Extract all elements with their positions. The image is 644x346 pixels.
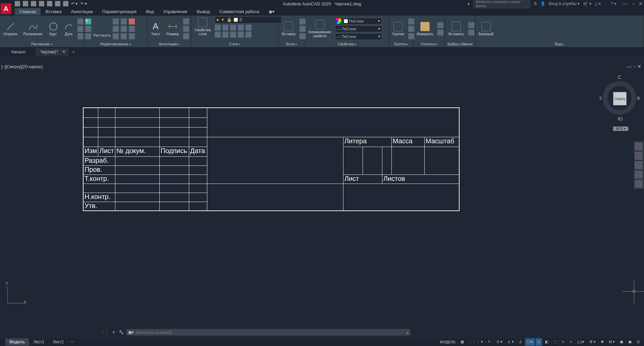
- drawing-tab[interactable]: Чертеж1*✕: [36, 48, 68, 56]
- tab-manage[interactable]: Управление: [158, 8, 192, 15]
- viewcube-east[interactable]: В: [637, 96, 640, 101]
- attr-icon[interactable]: [300, 33, 306, 39]
- text-button[interactable]: AТекст: [149, 21, 162, 37]
- layer-freeze-icon[interactable]: [222, 24, 228, 31]
- panel-title-block[interactable]: Блок▾: [280, 41, 304, 47]
- array-icon[interactable]: [121, 33, 127, 39]
- customize-icon[interactable]: 🔧: [119, 330, 124, 335]
- layer-lock-icon[interactable]: [230, 24, 236, 31]
- mirror-icon[interactable]: [113, 26, 119, 32]
- table-icon[interactable]: [183, 26, 189, 32]
- minimize-button[interactable]: —: [623, 1, 628, 6]
- quick-props[interactable]: ▣: [618, 338, 625, 346]
- tab-insert[interactable]: Вставка: [41, 8, 66, 15]
- create-block-icon[interactable]: [300, 18, 306, 24]
- move-icon[interactable]: ✥: [85, 18, 91, 24]
- plot-icon[interactable]: [55, 1, 60, 6]
- lwt-toggle[interactable]: ≡: [535, 338, 542, 346]
- new-tab-button[interactable]: +: [68, 48, 78, 56]
- viewcube-west[interactable]: З: [599, 96, 602, 101]
- measure-button[interactable]: Измерить: [415, 21, 435, 37]
- restore-button[interactable]: ▫: [632, 1, 634, 6]
- annotation-visibility[interactable]: ⋏: [567, 338, 574, 346]
- copy-clip-icon[interactable]: [468, 30, 474, 36]
- pan-icon[interactable]: [635, 152, 643, 160]
- cloud-icon[interactable]: [183, 33, 189, 39]
- layer-properties-button[interactable]: Свойства слоя: [193, 17, 213, 37]
- explode-icon[interactable]: [129, 26, 135, 32]
- ortho-toggle[interactable]: ⊢: [486, 338, 493, 346]
- workspace-switch[interactable]: ⚙ ▾: [587, 338, 598, 346]
- polyline-button[interactable]: Полилиния: [21, 21, 44, 37]
- save-icon[interactable]: [31, 1, 36, 6]
- cmd-close-icon[interactable]: ✕: [111, 330, 117, 335]
- line-button[interactable]: Отрезок: [1, 21, 19, 37]
- layer-tool5-icon[interactable]: [246, 32, 252, 38]
- snap-toggle[interactable]: ⋮⋮⋮ ▾: [467, 338, 485, 346]
- fillet-icon[interactable]: [121, 26, 127, 32]
- scale-combo[interactable]: 1:1 ▾: [575, 338, 586, 346]
- tab-annotate[interactable]: Аннотации: [66, 8, 98, 15]
- trim-icon[interactable]: [121, 18, 127, 24]
- cmd-history-icon[interactable]: ▴: [407, 330, 409, 335]
- lock-ui[interactable]: ▣: [626, 338, 634, 346]
- group-button[interactable]: Группа: [390, 21, 406, 37]
- webmobile-icon[interactable]: [47, 1, 52, 6]
- tab-output[interactable]: Вывод: [192, 8, 215, 15]
- linetype-combo[interactable]: —ПоСлою▾: [335, 33, 382, 40]
- app-menu-button[interactable]: A: [1, 3, 11, 14]
- undo-button[interactable]: ↶ ▾: [71, 1, 77, 6]
- edit-block-icon[interactable]: [300, 26, 306, 32]
- print-icon[interactable]: [63, 1, 68, 6]
- hatch-icon[interactable]: [77, 26, 84, 32]
- panel-title-view[interactable]: Вид▾: [477, 41, 642, 47]
- panel-title-annot[interactable]: Аннотации▾: [149, 41, 190, 47]
- copy-icon[interactable]: [85, 26, 91, 32]
- tab-parametric[interactable]: Параметризация: [98, 8, 141, 15]
- dimension-button[interactable]: Размер: [164, 21, 181, 37]
- model-tab[interactable]: Модель: [5, 338, 29, 346]
- cmd-handle-icon[interactable]: ⋮⋮: [101, 330, 109, 335]
- add-layout-button[interactable]: +: [68, 339, 76, 345]
- vp-close-icon[interactable]: ✕: [637, 64, 641, 69]
- share-icon[interactable]: ⇅: [534, 1, 537, 6]
- a360-icon[interactable]: △ ▾: [595, 1, 601, 6]
- insert-block-button[interactable]: Вставка: [280, 21, 298, 37]
- redo-button[interactable]: ↷ ▾: [80, 1, 87, 6]
- viewcube-wcs[interactable]: МСК ▾: [613, 127, 628, 131]
- close-button[interactable]: ✕: [639, 1, 643, 6]
- offset-icon[interactable]: [129, 33, 135, 39]
- circle-button[interactable]: Круг: [47, 21, 60, 37]
- layer-tool2-icon[interactable]: [222, 32, 228, 38]
- modelspace-toggle[interactable]: МОДЕЛЬ: [438, 338, 458, 346]
- match-properties-button[interactable]: Копирование свойств: [307, 19, 333, 39]
- signin-link[interactable]: Вход в службы ▾: [549, 1, 580, 6]
- command-input[interactable]: [136, 330, 405, 335]
- cart-icon[interactable]: 🛒 ▾: [583, 1, 591, 6]
- rectangle-icon[interactable]: [77, 18, 84, 24]
- cleanscreen-toggle[interactable]: ☰: [634, 338, 642, 346]
- layer-tool3-icon[interactable]: [230, 32, 236, 38]
- panel-title-groups[interactable]: Группы▾: [390, 41, 412, 47]
- otrack-toggle[interactable]: ∠: [517, 338, 524, 346]
- erase-icon[interactable]: [129, 18, 135, 24]
- tab-home[interactable]: Главная: [15, 8, 41, 15]
- grid-toggle[interactable]: ▦: [458, 338, 466, 346]
- close-tab-icon[interactable]: ✕: [62, 50, 65, 54]
- lineweight-combo[interactable]: —ПоСлою▾: [335, 26, 382, 32]
- stretch-icon[interactable]: [85, 33, 91, 39]
- orbit-icon[interactable]: [635, 170, 643, 179]
- color-combo[interactable]: ПоСлою▾: [342, 18, 382, 24]
- user-icon[interactable]: 👤: [540, 1, 545, 6]
- panel-title-draw[interactable]: Рисование▾: [1, 41, 82, 47]
- color-wheel-icon[interactable]: [335, 18, 341, 24]
- util1-icon[interactable]: [437, 22, 443, 28]
- layer-iso-icon[interactable]: [238, 24, 244, 31]
- polar-toggle[interactable]: ⊙ ▾: [494, 338, 504, 346]
- transparency-toggle[interactable]: ◧: [543, 338, 550, 346]
- panel-title-utils[interactable]: Утилиты▾: [415, 41, 443, 47]
- layer-tool4-icon[interactable]: [238, 32, 244, 38]
- tab-view[interactable]: Вид: [141, 8, 159, 15]
- arc-button[interactable]: Дуга: [62, 21, 75, 37]
- viewcube-north[interactable]: С: [618, 75, 621, 80]
